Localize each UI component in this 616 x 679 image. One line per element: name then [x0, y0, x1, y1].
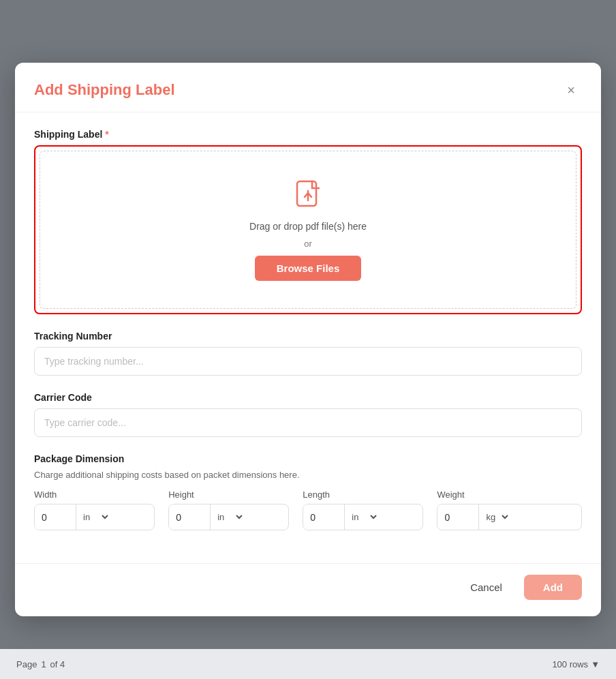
browse-files-button[interactable]: Browse Files — [255, 256, 362, 281]
width-input[interactable] — [35, 504, 76, 530]
length-input[interactable] — [303, 504, 344, 530]
carrier-code-section: Carrier Code — [34, 392, 582, 437]
tracking-number-input[interactable] — [34, 347, 582, 376]
height-input-group: in cm — [168, 504, 289, 530]
dimensions-row: Width in cm Height in — [34, 489, 582, 530]
drag-drop-hint: Drag or drop pdf file(s) here — [249, 221, 367, 232]
tracking-number-label: Tracking Number — [34, 331, 582, 342]
shipping-label-field-label: Shipping Label * — [34, 129, 582, 140]
close-button[interactable]: × — [560, 79, 582, 101]
height-input[interactable] — [169, 504, 210, 530]
package-dimension-section: Package Dimension Charge additional ship… — [34, 453, 582, 530]
width-input-group: in cm — [34, 504, 155, 530]
upload-file-icon — [292, 179, 324, 214]
page-of: of 4 — [50, 659, 65, 669]
weight-input-group: kg lb — [437, 504, 582, 530]
carrier-code-input[interactable] — [34, 408, 582, 437]
weight-label: Weight — [437, 489, 582, 500]
length-label: Length — [303, 489, 423, 500]
page-current: 1 — [41, 659, 46, 669]
length-unit-select[interactable]: in cm — [344, 504, 379, 530]
width-label: Width — [34, 489, 155, 500]
page-label: Page — [16, 659, 37, 669]
required-indicator: * — [105, 129, 108, 140]
add-shipping-label-modal: Add Shipping Label × Shipping Label * — [15, 63, 601, 616]
width-field: Width in cm — [34, 489, 155, 530]
weight-unit-select[interactable]: kg lb — [478, 504, 510, 530]
carrier-code-label: Carrier Code — [34, 392, 582, 403]
modal-title: Add Shipping Label — [34, 81, 175, 99]
shipping-label-section: Shipping Label * Drag or drop pdf file(s… — [34, 129, 582, 314]
weight-field: Weight kg lb — [437, 489, 582, 530]
modal-header: Add Shipping Label × — [15, 63, 601, 112]
cancel-button[interactable]: Cancel — [459, 575, 513, 600]
package-dimension-label: Package Dimension — [34, 453, 582, 464]
rows-selector[interactable]: 100 rows ▼ — [552, 659, 600, 669]
upload-dropzone[interactable]: Drag or drop pdf file(s) here or Browse … — [40, 151, 576, 309]
rows-label: 100 rows — [552, 659, 588, 669]
weight-input[interactable] — [437, 504, 478, 530]
package-dimension-description: Charge additional shipping costs based o… — [34, 470, 582, 480]
page-navigation: Page 1 of 4 — [16, 659, 65, 669]
modal-body: Shipping Label * Drag or drop pdf file(s… — [15, 112, 601, 563]
upload-zone-wrapper: Drag or drop pdf file(s) here or Browse … — [34, 145, 582, 314]
length-field: Length in cm — [303, 489, 423, 530]
add-button[interactable]: Add — [524, 575, 582, 600]
chevron-down-icon: ▼ — [591, 659, 600, 669]
modal-footer: Cancel Add — [15, 563, 601, 616]
width-unit-select[interactable]: in cm — [76, 504, 110, 530]
height-label: Height — [168, 489, 289, 500]
tracking-number-section: Tracking Number — [34, 331, 582, 376]
length-input-group: in cm — [303, 504, 423, 530]
height-field: Height in cm — [168, 489, 289, 530]
bottom-bar: Page 1 of 4 100 rows ▼ — [0, 649, 616, 679]
height-unit-select[interactable]: in cm — [210, 504, 245, 530]
or-label: or — [304, 239, 312, 249]
